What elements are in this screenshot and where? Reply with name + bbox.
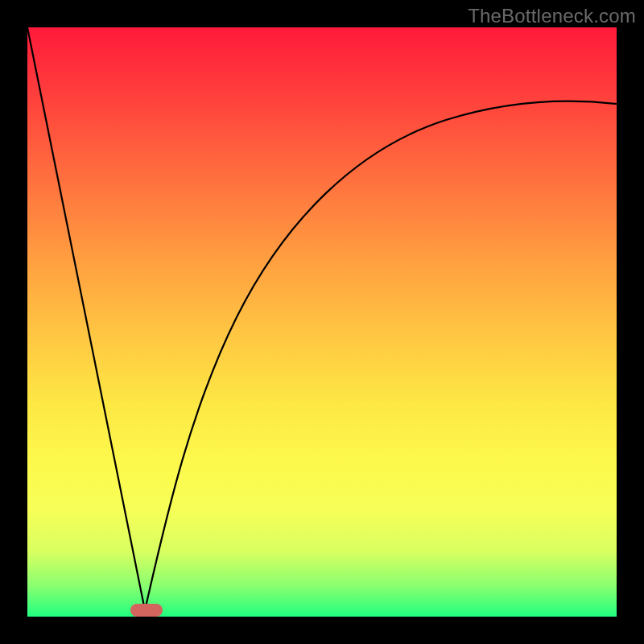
watermark-text: TheBottleneck.com: [468, 5, 636, 27]
plot-area: [27, 27, 617, 617]
chart-curve-layer: [27, 27, 617, 617]
chart-frame: TheBottleneck.com: [0, 0, 644, 644]
optimum-marker: [130, 604, 163, 617]
curve-right-branch: [145, 101, 617, 610]
curve-left-branch: [27, 27, 145, 610]
